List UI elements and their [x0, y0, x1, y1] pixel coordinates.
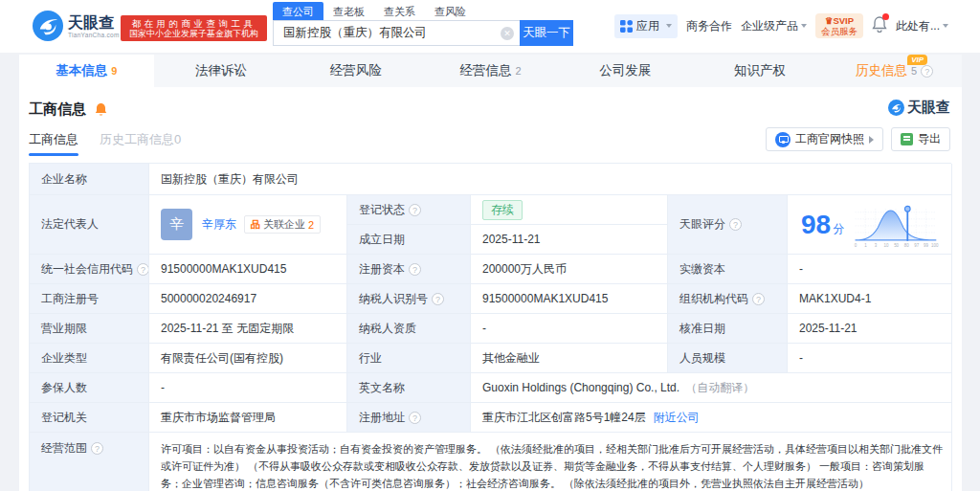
subtab-history-business-info[interactable]: 历史工商信息0 [100, 131, 181, 156]
svg-text:100: 100 [931, 242, 939, 247]
tab-intellectual-property[interactable]: 知识产权 [693, 55, 828, 87]
field-label: 参保人数 [30, 373, 149, 403]
help-icon: ? [137, 263, 149, 276]
watermark-logo-icon [888, 100, 904, 116]
authority-value: 重庆市市场监督管理局 [149, 403, 347, 433]
chevron-down-icon [666, 24, 672, 28]
business-info-table: 企业名称 国新控股（重庆）有限公司 法定代表人 辛 辛厚东 品 关联企业 2 登… [29, 163, 951, 491]
field-label: 英文名称 [347, 373, 471, 403]
tianyancha-logo[interactable]: 天眼查 TianYanCha.com [33, 11, 120, 41]
business-info-card: 工商信息 天眼查 工商信息 历史工商信息0 工商官网快照 导出 企业名称 国新控 [19, 87, 962, 491]
tab-operational-risk[interactable]: 经营风险 [288, 55, 423, 87]
search-tab-company[interactable]: 查公司 [273, 2, 323, 20]
score-distribution-chart: 0 1 3 10 50 80 97 99 100 [852, 199, 940, 251]
brand-slogan: 都在用的商业查询工具 国家中小企业发展子基金旗下机构 [121, 15, 267, 41]
snapshot-icon [775, 132, 791, 147]
company-name-value: 国新控股（重庆）有限公司 [149, 164, 952, 195]
official-snapshot-button[interactable]: 工商官网快照 [766, 127, 883, 151]
svg-text:80: 80 [904, 242, 909, 247]
notification-dot [882, 13, 889, 20]
tab-company-development[interactable]: 公司发展 [558, 55, 693, 87]
field-label: 实缴资本 [668, 255, 788, 284]
clear-search-icon[interactable]: ✕ [501, 27, 514, 40]
chevron-down-icon [943, 24, 948, 28]
apps-grid-icon [620, 20, 633, 33]
established-value: 2025-11-21 [471, 225, 668, 255]
field-label: 工商注册号 [30, 284, 149, 314]
svg-text:0: 0 [855, 242, 858, 247]
approve-value: 2025-11-21 [788, 314, 952, 344]
company-tabs: 基本信息9 法律诉讼 经营风险 经营信息2 公司发展 知识产权 历史信息5?VI… [19, 55, 962, 87]
help-icon: ? [91, 442, 103, 455]
svg-text:99: 99 [924, 242, 928, 247]
type-value: 有限责任公司(国有控股) [149, 344, 347, 373]
regno-value: 500000020246917 [149, 284, 347, 314]
tab-legal-proceedings[interactable]: 法律诉讼 [154, 55, 289, 87]
svip-membership-badge[interactable]: ♛SVIP 会员服务 [815, 13, 863, 38]
enterprise-products-menu[interactable]: 企业级产品 [741, 18, 807, 34]
account-menu[interactable]: 此处有... [896, 18, 948, 34]
status-value: 存续 [471, 195, 668, 225]
header: 天眼查 TianYanCha.com 都在用的商业查询工具 国家中小企业发展子基… [0, 0, 980, 53]
score-value[interactable]: 98分 [788, 195, 952, 255]
paidcap-value: - [788, 255, 952, 284]
related-companies-badge[interactable]: 品 关联企业 2 [244, 215, 321, 234]
tab-history-info[interactable]: 历史信息5?VIP [827, 55, 962, 87]
subtab-business-info[interactable]: 工商信息 [29, 131, 78, 156]
taxqual-value: - [471, 314, 668, 344]
field-label: 注册地址? [347, 403, 471, 433]
related-icon: 品 [251, 218, 260, 232]
apps-menu[interactable]: 应用 [614, 14, 678, 38]
svg-text:50: 50 [894, 242, 899, 247]
address-value: 重庆市江北区创富路5号1幢24层附近公司 [471, 403, 952, 433]
field-label: 人员规模 [668, 344, 788, 373]
search-input[interactable] [273, 20, 520, 46]
field-label: 组织机构代码? [668, 284, 788, 314]
svip-sublabel: 会员服务 [821, 26, 858, 36]
nearby-companies-link[interactable]: 附近公司 [654, 410, 700, 426]
legal-rep-name-link[interactable]: 辛厚东 [202, 216, 236, 233]
help-icon: ? [729, 218, 742, 231]
subscribe-bell-icon[interactable] [94, 102, 108, 117]
arrow-right-icon [869, 136, 874, 144]
field-label: 成立日期 [347, 225, 471, 255]
field-label: 登记机关 [30, 403, 149, 433]
tab-business-info[interactable]: 经营信息2 [423, 55, 558, 87]
notification-bell[interactable] [872, 16, 887, 35]
field-label: 企业名称 [30, 164, 149, 195]
field-label: 统一社会信用代码? [30, 255, 149, 284]
help-icon: ? [432, 293, 444, 305]
search-tab-risk[interactable]: 查风险 [425, 2, 476, 20]
business-scope-value: 许可项目：以自有资金从事投资活动；自有资金投资的资产管理服务。 （依法须经批准的… [149, 433, 952, 491]
top-navigation: 应用 商务合作 企业级产品 ♛SVIP 会员服务 此处有... [614, 13, 948, 38]
tab-basic-info[interactable]: 基本信息9 [19, 55, 154, 87]
legal-rep-avatar[interactable]: 辛 [161, 209, 192, 240]
orgcode-value: MAK1XUD4-1 [788, 284, 952, 314]
vip-badge: VIP [907, 55, 927, 65]
slogan-line1: 都在用的商业查询工具 [121, 18, 267, 29]
help-icon: ? [921, 65, 933, 78]
export-icon [901, 133, 913, 145]
help-icon: ? [752, 293, 765, 305]
chevron-down-icon [801, 24, 807, 28]
search-button[interactable]: 天眼一下 [520, 20, 573, 46]
search-tab-boss[interactable]: 查老板 [323, 2, 374, 20]
field-label: 核准日期 [668, 314, 788, 344]
help-icon: ? [409, 263, 421, 276]
tianyancha-logo-icon [33, 11, 63, 41]
field-label: 法定代表人 [30, 195, 149, 255]
svg-text:3: 3 [875, 242, 878, 247]
watermark-logo: 天眼查 [888, 99, 950, 117]
brand-domain: TianYanCha.com [68, 32, 120, 38]
legal-rep-value: 辛 辛厚东 品 关联企业 2 [149, 195, 347, 255]
field-label: 登记状态? [347, 195, 471, 225]
svg-text:10: 10 [884, 242, 889, 247]
svip-label: ♛SVIP [821, 15, 858, 26]
status-tag: 存续 [482, 200, 523, 220]
search-tab-relation[interactable]: 查关系 [374, 2, 425, 20]
uscc-value: 91500000MAK1XUD415 [149, 255, 347, 284]
business-cooperation-link[interactable]: 商务合作 [686, 18, 732, 34]
section-title: 工商信息 [29, 100, 86, 119]
export-button[interactable]: 导出 [891, 127, 950, 151]
regcap-value: 200000万人民币 [471, 255, 668, 284]
